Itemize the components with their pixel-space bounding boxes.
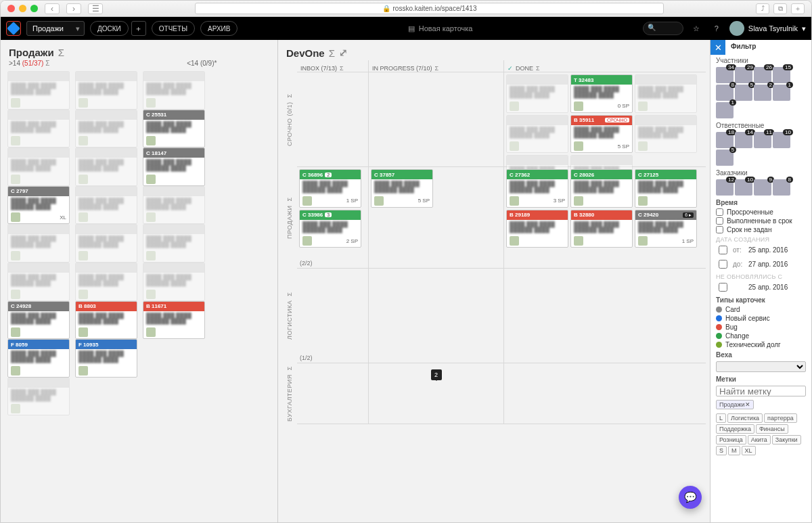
new-tab-button[interactable]: ＋ [791, 3, 805, 14]
kanban-card[interactable]: ████ ███ ██████████ ████ [7, 224, 70, 263]
checkbox-overdue[interactable]: Просроченные [710, 208, 811, 217]
reports-button[interactable]: ОТЧЕТЫ [152, 21, 195, 36]
close-window-dot[interactable] [7, 5, 15, 12]
kanban-card[interactable]: ████ ███ ██████████ ████ [635, 74, 697, 113]
date-to[interactable]: до:27 апр. 2016 [710, 257, 811, 271]
tag-option[interactable]: Закупки [772, 435, 801, 445]
sigma-icon[interactable]: Σ [58, 47, 64, 58]
boards-button[interactable]: ДОСКИ [90, 21, 129, 36]
kanban-card[interactable]: ████ ███ ██████████ ████ [75, 147, 137, 186]
member-avatar[interactable]: 34 [716, 67, 734, 83]
card-type-option[interactable]: Bug [710, 323, 811, 332]
swimlane-label[interactable]: БУХГАЛТЕРИЯ Σ [282, 363, 297, 424]
kanban-card[interactable]: ████ ███ ██████████ ████ [75, 263, 137, 301]
member-avatar[interactable]: 8 [716, 85, 734, 101]
kanban-card[interactable]: ████ ███ ██████████ ████ [506, 115, 568, 154]
minimize-window-dot[interactable] [19, 5, 26, 12]
tag-option[interactable]: Розница [716, 435, 746, 445]
card-type-option[interactable]: Card [710, 305, 811, 314]
checkbox-ontime[interactable]: Выполненные в срок [710, 217, 811, 225]
date-from[interactable]: от:25 апр. 2016 [710, 243, 811, 257]
help-button[interactable]: ? [709, 21, 724, 36]
chat-fab[interactable]: 💬 [679, 486, 702, 509]
kanban-card[interactable]: ████ ███ ██████████ ████ [7, 110, 70, 148]
member-avatar[interactable]: 8 [773, 179, 790, 196]
milestone-marker[interactable]: 2 [431, 369, 442, 380]
member-avatar[interactable]: 29 [735, 67, 752, 83]
card-type-option[interactable]: Технический долг [710, 340, 811, 349]
card-type-option[interactable]: Change [710, 332, 811, 340]
card-type-option[interactable]: Новый сервис [710, 314, 811, 323]
kanban-card[interactable]: C 294206 ▸ ████ ███ ██████████ ████ 1 SP [635, 210, 697, 248]
kanban-card[interactable]: B 11671 ████ ███ ██████████ ████ [143, 301, 205, 340]
tag-option[interactable]: Финансы [756, 424, 788, 434]
kanban-card[interactable]: ████ ███ ██████████ ████ [75, 186, 137, 225]
member-avatar[interactable]: 18 [716, 132, 734, 148]
member-avatar[interactable]: 1 [716, 102, 734, 118]
address-bar[interactable]: 🔒 rossko.kaiten.io/space/1413 [195, 3, 664, 14]
new-card-label[interactable]: Новая карточка [419, 24, 473, 32]
maximize-window-dot[interactable] [30, 5, 38, 12]
close-filter-button[interactable]: ✕ [710, 40, 725, 55]
kanban-card[interactable]: C 27125 ████ ███ ██████████ ████ [635, 169, 697, 208]
back-button[interactable]: ‹ [45, 3, 60, 14]
member-avatar[interactable]: 5 [735, 85, 752, 101]
add-board-button[interactable]: ＋ [131, 21, 146, 36]
member-avatar[interactable]: 2 [754, 85, 771, 101]
kanban-card[interactable]: C 18147 ████ ███ ██████████ ████ [143, 147, 205, 186]
member-avatar[interactable]: 12 [716, 179, 734, 196]
kanban-card[interactable]: B 35911СРОЧНО ████ ███ ██████████ ████ 5… [570, 115, 633, 154]
search-input[interactable] [643, 22, 683, 35]
kanban-card[interactable]: ████ ███ ██████████ ████ [7, 263, 70, 301]
app-logo[interactable] [6, 21, 21, 36]
kanban-card[interactable]: ████ ███ ██████████ ████ [75, 71, 137, 110]
kanban-card[interactable]: ████ ███ ██████████ ████ [7, 147, 70, 186]
kanban-card[interactable]: C 368962 ████ ███ ██████████ ████ 1 SP [299, 169, 361, 208]
checkbox-nodue[interactable]: Срок не задан [710, 225, 811, 234]
tag-option[interactable]: Поддержка [716, 424, 754, 434]
kanban-card[interactable]: C 24928 ████ ███ ██████████ ████ [7, 301, 70, 340]
kanban-card[interactable]: ████ ███ ██████████ ████ [75, 110, 137, 148]
kanban-card[interactable]: C 2797 ████ ███ ██████████ ████ XL [7, 186, 70, 225]
tag-option[interactable]: M [728, 446, 740, 455]
tag-option[interactable]: Акита [748, 435, 771, 445]
member-avatar[interactable]: 5 [716, 150, 734, 166]
space-dropdown[interactable]: Продажи [26, 21, 85, 36]
kanban-card[interactable]: C 25531 ████ ███ ██████████ ████ [143, 110, 205, 148]
kanban-card[interactable]: ████ ███ ██████████ ████ [143, 224, 205, 263]
kanban-card[interactable]: ████ ███ ██████████ ████ [7, 71, 70, 110]
kanban-card[interactable]: T 32483 ████ ███ ██████████ ████ 0 SP [570, 74, 633, 113]
tag-option[interactable]: Логистика [727, 413, 763, 423]
kanban-card[interactable]: C 28026 ████ ███ ██████████ ████ [570, 169, 633, 208]
expand-icon[interactable]: ⤢ [339, 47, 348, 59]
tag-option[interactable]: S [716, 446, 727, 455]
member-avatar[interactable]: 10 [735, 179, 752, 196]
milestone-select[interactable] [716, 361, 806, 372]
swimlane-label[interactable]: ЛОГИСТИКА Σ [282, 269, 297, 363]
date-noupdate[interactable]: 25 апр. 2016 [710, 280, 811, 294]
kanban-card[interactable]: F 8059 ████ ███ ██████████ ████ [7, 339, 70, 378]
member-avatar[interactable]: 26 [754, 67, 771, 83]
kanban-card[interactable]: C 37857 ████ ███ ██████████ ████ 5 SP [371, 169, 433, 208]
tag-option[interactable]: XL [742, 446, 756, 455]
find-tag-input[interactable] [716, 386, 806, 396]
swimlane-label[interactable]: ПРОДАЖИ Σ [282, 167, 297, 269]
kanban-card[interactable]: ████ ███ ██████████ ████ [7, 378, 70, 416]
sigma-icon[interactable]: Σ [329, 47, 335, 59]
member-avatar[interactable]: 1 [773, 85, 790, 101]
member-avatar[interactable]: 9 [754, 179, 771, 196]
kanban-card[interactable]: ████ ███ ██████████ ████ [143, 263, 205, 301]
kanban-card[interactable]: F 10935 ████ ███ ██████████ ████ [75, 339, 137, 378]
member-avatar[interactable]: 11 [754, 132, 771, 148]
tag-option[interactable]: L [716, 413, 726, 423]
kanban-card[interactable]: C 27362 ████ ███ ██████████ ████ 3 SP [506, 169, 568, 208]
kanban-card[interactable]: ████ ███ ██████████ ████ [75, 224, 137, 263]
swimlane-label[interactable]: СРОЧНО (0/1) Σ [282, 72, 297, 167]
member-avatar[interactable]: 10 [773, 132, 790, 148]
favorite-button[interactable]: ☆ [689, 21, 704, 36]
kanban-card[interactable]: B 8803 ████ ███ ██████████ ████ [75, 301, 137, 340]
sidebar-toggle-button[interactable]: ☰ [88, 3, 103, 14]
archive-button[interactable]: АРХИВ [200, 21, 238, 36]
forward-button[interactable]: › [66, 3, 81, 14]
tabs-button[interactable]: ⧉ [773, 3, 787, 14]
